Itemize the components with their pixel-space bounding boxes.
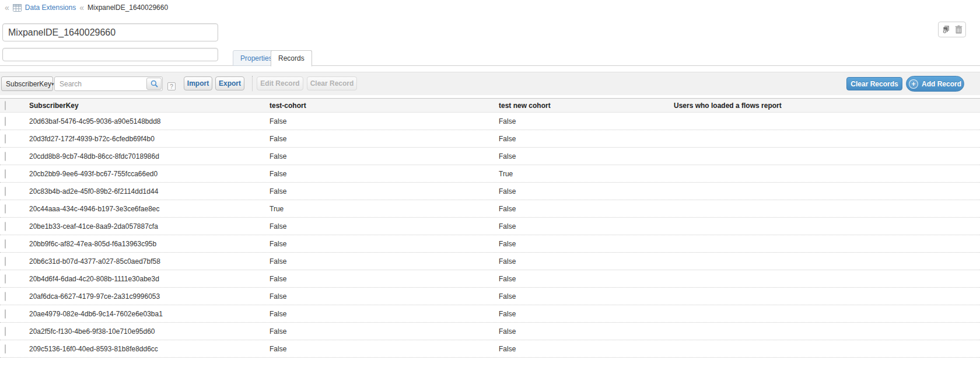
cell-test-new-cohort: False xyxy=(499,205,674,213)
row-checkbox[interactable] xyxy=(5,222,6,231)
breadcrumb-current: MixpanelDE_1640029660 xyxy=(88,4,168,12)
cell-test-new-cohort: False xyxy=(499,135,674,143)
cell-test-new-cohort: False xyxy=(499,345,674,353)
table-row: 20cb2bb9-9ee6-493f-bc67-755fcca66ed0 Fal… xyxy=(0,165,980,183)
cell-subscriberkey: 20c83b4b-ad2e-45f0-89b2-6f2114dd1d44 xyxy=(29,187,270,196)
cell-test-cohort: False xyxy=(270,345,499,353)
cell-test-new-cohort: False xyxy=(499,152,674,160)
table-row: 20af6dca-6627-4179-97ce-2a31c9996053 Fal… xyxy=(0,288,980,305)
records-toolbar: SubscriberKey ▾ ? Import Export Edit Rec… xyxy=(0,72,980,95)
cell-subscriberkey: 20d3fd27-172f-4939-b72c-6cfedb69f4b0 xyxy=(29,135,270,143)
extension-name-input[interactable] xyxy=(2,23,218,41)
row-checkbox[interactable] xyxy=(5,257,6,266)
table-row: 20d3fd27-172f-4939-b72c-6cfedb69f4b0 Fal… xyxy=(0,130,980,148)
cell-subscriberkey: 20bb9f6c-af82-47ea-805d-f6a13963c95b xyxy=(29,240,270,248)
row-checkbox[interactable] xyxy=(5,274,6,284)
extension-actions-group xyxy=(938,22,966,37)
trash-icon[interactable] xyxy=(955,25,963,34)
row-checkbox[interactable] xyxy=(5,204,6,214)
cell-test-cohort: False xyxy=(270,117,499,125)
cell-test-new-cohort: False xyxy=(499,117,674,125)
column-header-flows-report[interactable]: Users who loaded a flows report xyxy=(674,102,980,110)
cell-test-new-cohort: False xyxy=(499,222,674,231)
table-row: 20b4d6f4-6dad-4c20-808b-1111e30abe3d Fal… xyxy=(0,270,980,288)
row-checkbox[interactable] xyxy=(5,292,6,301)
search-field-dropdown-label: SubscriberKey xyxy=(6,80,51,88)
tab-records[interactable]: Records xyxy=(271,50,312,67)
cell-test-cohort: False xyxy=(270,257,499,266)
row-checkbox[interactable] xyxy=(5,239,6,249)
column-header-subscriberkey[interactable]: SubscriberKey xyxy=(29,102,270,110)
cell-subscriberkey: 20af6dca-6627-4179-97ce-2a31c9996053 xyxy=(29,292,270,301)
cell-test-new-cohort: False xyxy=(499,275,674,283)
table-row: 20d63baf-5476-4c95-9036-a90e5148bdd8 Fal… xyxy=(0,113,980,130)
cell-test-cohort: False xyxy=(270,222,499,231)
cell-subscriberkey: 20ae4979-082e-4db6-9c14-7602e6e03ba1 xyxy=(29,310,270,318)
records-table: SubscriberKey test-cohort test new cohor… xyxy=(0,98,980,358)
add-record-label: Add Record xyxy=(922,80,961,88)
chevron-down-icon: ▾ xyxy=(51,81,54,87)
table-row: 20bb9f6c-af82-47ea-805d-f6a13963c95b Fal… xyxy=(0,235,980,253)
cell-test-cohort: False xyxy=(270,327,499,336)
breadcrumb: « Data Extensions « MixpanelDE_164002966… xyxy=(5,2,168,13)
cell-test-new-cohort: False xyxy=(499,257,674,266)
row-checkbox[interactable] xyxy=(5,309,6,319)
search-button[interactable] xyxy=(146,78,162,90)
clear-records-button[interactable]: Clear Records xyxy=(846,77,902,90)
table-header-row: SubscriberKey test-cohort test new cohor… xyxy=(0,98,980,113)
row-checkbox[interactable] xyxy=(5,187,6,196)
table-row: 209c5136-16f0-40ed-8593-81b8fe8dd6cc Fal… xyxy=(0,340,980,358)
cell-subscriberkey: 20b4d6f4-6dad-4c20-808b-1111e30abe3d xyxy=(29,275,270,283)
help-icon[interactable]: ? xyxy=(167,82,176,90)
table-body: 20d63baf-5476-4c95-9036-a90e5148bdd8 Fal… xyxy=(0,113,980,358)
row-checkbox[interactable] xyxy=(5,327,6,336)
select-all-checkbox[interactable] xyxy=(5,101,6,110)
cell-test-cohort: False xyxy=(270,187,499,196)
table-row: 20cdd8b8-9cb7-48db-86cc-8fdc7018986d Fal… xyxy=(0,148,980,165)
row-checkbox[interactable] xyxy=(5,117,6,126)
table-row: 20be1b33-ceaf-41ce-8aa9-2da057887cfa Fal… xyxy=(0,218,980,235)
row-checkbox[interactable] xyxy=(5,169,6,179)
export-button[interactable]: Export xyxy=(215,76,244,90)
cell-subscriberkey: 20be1b33-ceaf-41ce-8aa9-2da057887cfa xyxy=(29,222,270,231)
cell-test-cohort: False xyxy=(270,310,499,318)
cell-subscriberkey: 20d63baf-5476-4c95-9036-a90e5148bdd8 xyxy=(29,117,270,125)
tabstrip-divider xyxy=(0,65,980,66)
cell-test-new-cohort: True xyxy=(499,170,674,178)
back-chevron-icon[interactable]: « xyxy=(5,4,9,12)
toolbar-divider xyxy=(252,76,253,91)
import-button[interactable]: Import xyxy=(184,76,212,90)
cell-test-new-cohort: False xyxy=(499,292,674,301)
cell-test-new-cohort: False xyxy=(499,327,674,336)
cell-test-new-cohort: False xyxy=(499,187,674,196)
row-checkbox[interactable] xyxy=(5,152,6,161)
cell-test-cohort: False xyxy=(270,240,499,248)
clear-record-button[interactable]: Clear Record xyxy=(307,76,357,90)
cell-subscriberkey: 209c5136-16f0-40ed-8593-81b8fe8dd6cc xyxy=(29,345,270,353)
search-box xyxy=(54,76,163,91)
add-record-button[interactable]: + Add Record xyxy=(906,76,964,92)
cell-test-cohort: False xyxy=(270,292,499,301)
row-checkbox[interactable] xyxy=(5,344,6,354)
cell-subscriberkey: 20a2f5fc-f130-4be6-9f38-10e710e95d60 xyxy=(29,327,270,336)
row-checkbox[interactable] xyxy=(5,134,6,144)
table-row: 20a2f5fc-f130-4be6-9f38-10e710e95d60 Fal… xyxy=(0,323,980,340)
search-field-dropdown[interactable]: SubscriberKey ▾ xyxy=(1,76,53,91)
search-icon xyxy=(150,80,158,88)
edit-record-button[interactable]: Edit Record xyxy=(257,76,303,90)
cell-subscriberkey: 20b6c31d-b07d-4377-a027-85c0aed7bf58 xyxy=(29,257,270,266)
cell-test-cohort: False xyxy=(270,170,499,178)
breadcrumb-link-data-extensions[interactable]: Data Extensions xyxy=(25,4,76,12)
table-row: 20c83b4b-ad2e-45f0-89b2-6f2114dd1d44 Fal… xyxy=(0,183,980,200)
column-header-test-cohort[interactable]: test-cohort xyxy=(270,102,499,110)
copy-icon[interactable] xyxy=(942,25,951,34)
table-row: 20c44aaa-434c-4946-b197-3e3ce6fae8ec Tru… xyxy=(0,200,980,218)
cell-test-cohort: False xyxy=(270,135,499,143)
cell-test-cohort: False xyxy=(270,275,499,283)
column-header-test-new-cohort[interactable]: test new cohort xyxy=(499,102,674,110)
cell-subscriberkey: 20cdd8b8-9cb7-48db-86cc-8fdc7018986d xyxy=(29,152,270,160)
extension-description-input[interactable] xyxy=(2,48,218,61)
table-row: 20ae4979-082e-4db6-9c14-7602e6e03ba1 Fal… xyxy=(0,305,980,323)
cell-subscriberkey: 20cb2bb9-9ee6-493f-bc67-755fcca66ed0 xyxy=(29,170,270,178)
cell-test-new-cohort: False xyxy=(499,240,674,248)
